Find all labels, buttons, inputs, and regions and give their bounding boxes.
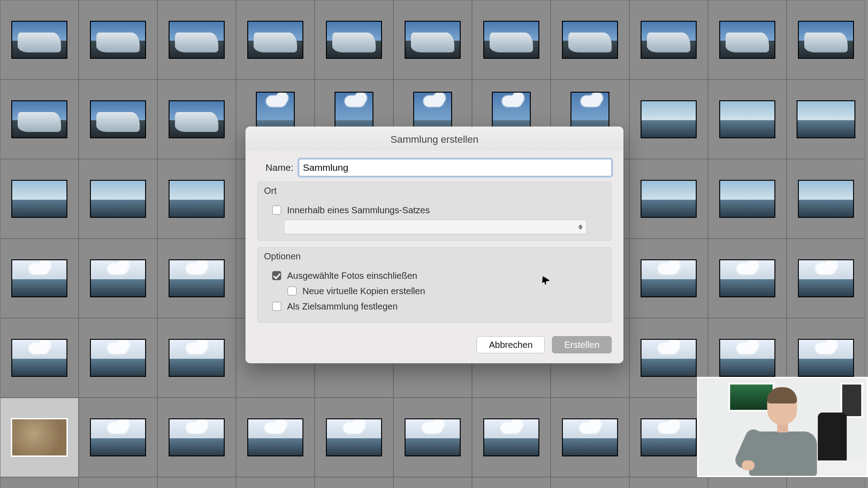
thumbnail-image[interactable] <box>247 418 303 456</box>
thumbnail-cell[interactable] <box>629 477 708 488</box>
thumbnail-cell[interactable] <box>708 80 787 159</box>
thumbnail-image[interactable] <box>169 259 225 297</box>
thumbnail-cell[interactable] <box>629 159 708 239</box>
thumbnail-cell[interactable] <box>472 477 551 488</box>
thumbnail-image[interactable] <box>797 100 855 138</box>
thumbnail-cell[interactable] <box>236 398 315 477</box>
thumbnail-image[interactable] <box>11 339 67 377</box>
thumbnail-cell[interactable] <box>157 80 236 159</box>
thumbnail-image[interactable] <box>719 180 775 218</box>
thumbnail-cell[interactable] <box>787 80 865 159</box>
thumbnail-cell[interactable] <box>315 477 393 488</box>
thumbnail-cell[interactable] <box>0 398 79 477</box>
thumbnail-cell[interactable] <box>0 80 79 159</box>
thumbnail-cell[interactable] <box>629 80 708 159</box>
thumbnail-image[interactable] <box>483 21 539 59</box>
thumbnail-image[interactable] <box>405 418 461 456</box>
thumbnail-image[interactable] <box>11 418 68 457</box>
thumbnail-cell[interactable] <box>472 398 551 477</box>
thumbnail-cell[interactable] <box>0 318 79 398</box>
thumbnail-image[interactable] <box>641 418 697 456</box>
thumbnail-cell[interactable] <box>708 159 787 239</box>
collection-name-input[interactable] <box>299 159 612 176</box>
thumbnail-cell[interactable] <box>787 239 865 318</box>
thumbnail-cell[interactable] <box>629 0 708 80</box>
thumbnail-image[interactable] <box>90 100 146 138</box>
thumbnail-image[interactable] <box>641 180 697 218</box>
thumbnail-image[interactable] <box>641 100 697 138</box>
thumbnail-cell[interactable] <box>79 398 157 477</box>
thumbnail-cell[interactable] <box>0 477 79 488</box>
thumbnail-image[interactable] <box>169 339 225 377</box>
thumbnail-image[interactable] <box>169 100 225 138</box>
thumbnail-image[interactable] <box>798 180 854 218</box>
thumbnail-image[interactable] <box>169 180 225 218</box>
thumbnail-cell[interactable] <box>393 0 472 80</box>
thumbnail-image[interactable] <box>169 21 225 59</box>
thumbnail-cell[interactable] <box>157 0 236 80</box>
thumbnail-image[interactable] <box>719 100 775 138</box>
thumbnail-image[interactable] <box>719 259 775 297</box>
thumbnail-image[interactable] <box>326 418 382 456</box>
thumbnail-image[interactable] <box>169 418 225 456</box>
thumbnail-image[interactable] <box>247 21 303 59</box>
thumbnail-image[interactable] <box>11 259 67 297</box>
thumbnail-cell[interactable] <box>79 159 157 239</box>
thumbnail-cell[interactable] <box>629 239 708 318</box>
thumbnail-cell[interactable] <box>708 0 787 80</box>
thumbnail-cell[interactable] <box>79 477 157 488</box>
thumbnail-image[interactable] <box>90 21 146 59</box>
thumbnail-cell[interactable] <box>79 0 157 80</box>
thumbnail-cell[interactable] <box>79 80 157 159</box>
thumbnail-image[interactable] <box>798 21 854 59</box>
collection-set-dropdown[interactable] <box>284 220 587 234</box>
thumbnail-cell[interactable] <box>551 477 629 488</box>
thumbnail-cell[interactable] <box>551 0 629 80</box>
thumbnail-image[interactable] <box>641 339 697 377</box>
thumbnail-cell[interactable] <box>787 477 865 488</box>
thumbnail-cell[interactable] <box>787 0 865 80</box>
thumbnail-cell[interactable] <box>629 318 708 398</box>
thumbnail-cell[interactable] <box>787 159 865 239</box>
thumbnail-cell[interactable] <box>236 477 315 488</box>
thumbnail-image[interactable] <box>90 418 146 456</box>
thumbnail-cell[interactable] <box>79 239 157 318</box>
thumbnail-image[interactable] <box>11 21 67 59</box>
thumbnail-image[interactable] <box>483 418 539 456</box>
thumbnail-image[interactable] <box>90 259 146 297</box>
thumbnail-cell[interactable] <box>393 398 472 477</box>
thumbnail-cell[interactable] <box>79 318 157 398</box>
thumbnail-image[interactable] <box>90 180 146 218</box>
thumbnail-cell[interactable] <box>708 477 787 488</box>
thumbnail-cell[interactable] <box>315 0 393 80</box>
thumbnail-cell[interactable] <box>315 398 393 477</box>
thumbnail-image[interactable] <box>641 259 697 297</box>
new-virtual-copies-checkbox[interactable] <box>288 286 297 296</box>
cancel-button[interactable]: Abbrechen <box>476 336 545 353</box>
thumbnail-cell[interactable] <box>551 398 629 477</box>
thumbnail-cell[interactable] <box>0 0 79 80</box>
thumbnail-image[interactable] <box>90 339 146 377</box>
thumbnail-cell[interactable] <box>0 239 79 318</box>
thumbnail-image[interactable] <box>562 418 618 456</box>
thumbnail-cell[interactable] <box>157 318 236 398</box>
thumbnail-image[interactable] <box>562 21 618 59</box>
thumbnail-cell[interactable] <box>393 477 472 488</box>
thumbnail-image[interactable] <box>798 339 854 377</box>
thumbnail-cell[interactable] <box>708 239 787 318</box>
thumbnail-cell[interactable] <box>0 159 79 239</box>
thumbnail-image[interactable] <box>719 339 775 377</box>
thumbnail-cell[interactable] <box>157 477 236 488</box>
thumbnail-cell[interactable] <box>157 159 236 239</box>
target-collection-checkbox[interactable] <box>272 302 281 311</box>
thumbnail-image[interactable] <box>405 21 461 59</box>
thumbnail-image[interactable] <box>798 259 854 297</box>
thumbnail-image[interactable] <box>11 100 67 138</box>
thumbnail-image[interactable] <box>719 21 775 59</box>
thumbnail-cell[interactable] <box>629 398 708 477</box>
inside-set-checkbox[interactable] <box>272 206 281 215</box>
thumbnail-cell[interactable] <box>157 398 236 477</box>
create-button[interactable]: Erstellen <box>552 336 612 353</box>
thumbnail-cell[interactable] <box>157 239 236 318</box>
thumbnail-image[interactable] <box>641 21 697 59</box>
